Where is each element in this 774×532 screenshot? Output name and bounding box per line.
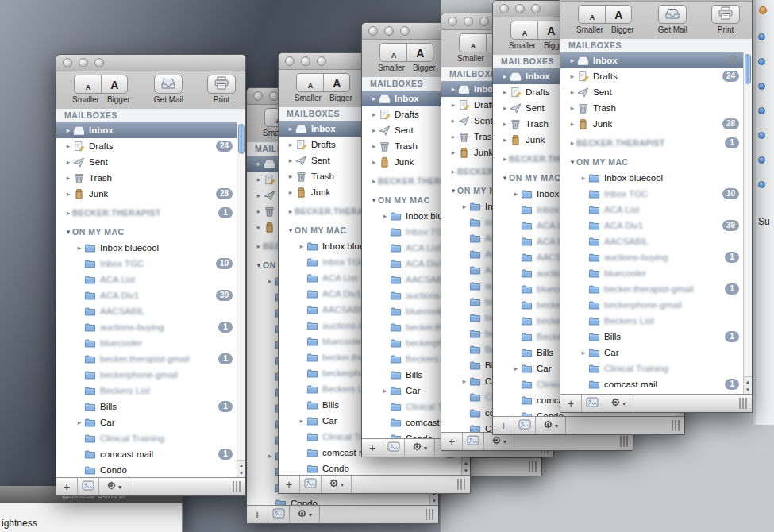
minimize-button[interactable]	[464, 17, 473, 26]
on-my-mac-header[interactable]: ▾ON MY MAC	[56, 224, 237, 240]
folder-row[interactable]: Beckers List	[560, 313, 743, 329]
disclosure-triangle-icon[interactable]: ▸	[568, 88, 576, 96]
minimize-button[interactable]	[301, 56, 310, 66]
disclosure-triangle-icon[interactable]: ▸	[255, 223, 263, 231]
resize-grip[interactable]	[457, 479, 465, 490]
get-mail-button[interactable]	[658, 5, 687, 24]
gear-menu-button[interactable]: ▾	[99, 478, 129, 495]
gear-menu-button[interactable]: ▾	[322, 476, 352, 493]
disclosure-triangle-icon[interactable]: ▾	[501, 174, 509, 182]
mailbox-row-drafts[interactable]: ▸Drafts24	[56, 138, 237, 154]
disclosure-triangle-icon[interactable]: ▸	[266, 277, 274, 285]
zoom-button[interactable]	[94, 58, 104, 67]
folder-row[interactable]: Beckers List	[56, 383, 237, 399]
folder-row[interactable]: becker.therapist-gmail1	[560, 281, 743, 297]
disclosure-triangle-icon[interactable]: ▾	[287, 226, 295, 234]
mailbox-row-junk[interactable]: ▸Junk28	[56, 186, 237, 202]
disclosure-triangle-icon[interactable]: ▸	[266, 452, 274, 460]
get-mail-button[interactable]	[154, 75, 183, 94]
print-button[interactable]	[207, 75, 236, 94]
close-button[interactable]	[253, 91, 263, 101]
mailbox-row-inbox[interactable]: ▸Inbox	[56, 122, 237, 138]
disclosure-triangle-icon[interactable]: ▸	[64, 158, 72, 166]
mailbox-row-sent[interactable]: ▸Sent	[56, 154, 237, 170]
close-button[interactable]	[368, 26, 378, 36]
disclosure-triangle-icon[interactable]: ▸	[370, 158, 378, 166]
folder-row[interactable]: ACA List	[56, 272, 237, 287]
resize-grip[interactable]	[620, 436, 628, 447]
image-button[interactable]	[582, 395, 603, 412]
bigger-button[interactable]: A	[323, 74, 349, 91]
zoom-button[interactable]	[531, 4, 541, 13]
folder-row[interactable]: bluecooler	[560, 265, 743, 281]
folder-row[interactable]: ACA List	[560, 202, 743, 218]
disclosure-triangle-icon[interactable]: ▸	[64, 174, 72, 182]
disclosure-triangle-icon[interactable]: ▸	[449, 101, 457, 109]
sliver-scrollbar[interactable]	[753, 0, 756, 425]
disclosure-triangle-icon[interactable]: ▸	[512, 190, 520, 198]
account-row[interactable]: ▸BECKER.THERAPIST1	[560, 135, 743, 151]
print-button[interactable]	[711, 5, 740, 24]
smaller-button[interactable]: A	[380, 44, 406, 61]
disclosure-triangle-icon[interactable]: ▸	[255, 242, 263, 250]
disclosure-triangle-icon[interactable]: ▸	[449, 168, 457, 175]
disclosure-triangle-icon[interactable]: ▸	[287, 125, 295, 133]
resize-grip[interactable]	[233, 481, 241, 492]
disclosure-triangle-icon[interactable]: ▸	[501, 88, 509, 96]
disclosure-triangle-icon[interactable]: ▸	[370, 94, 378, 102]
disclosure-triangle-icon[interactable]: ▸	[287, 188, 295, 196]
disclosure-triangle-icon[interactable]: ▸	[64, 142, 72, 150]
window-titlebar[interactable]	[56, 55, 245, 71]
disclosure-triangle-icon[interactable]: ▸	[568, 72, 576, 80]
disclosure-triangle-icon[interactable]: ▸	[512, 364, 520, 372]
disclosure-triangle-icon[interactable]: ▸	[255, 207, 263, 215]
add-mailbox-button[interactable]: +	[56, 478, 78, 495]
minimize-button[interactable]	[515, 4, 525, 13]
disclosure-triangle-icon[interactable]: ▸	[501, 155, 509, 163]
scroll-up-arrow-icon[interactable]: ▲	[464, 461, 468, 465]
resize-grip[interactable]	[426, 509, 433, 520]
bigger-button[interactable]: A	[406, 44, 433, 61]
disclosure-triangle-icon[interactable]: ▾	[568, 158, 576, 166]
scroll-up-arrow-icon[interactable]: ▲	[239, 463, 244, 468]
disclosure-triangle-icon[interactable]: ▸	[501, 136, 509, 144]
disclosure-triangle-icon[interactable]: ▸	[381, 387, 389, 395]
disclosure-triangle-icon[interactable]: ▾	[255, 261, 263, 269]
image-button[interactable]	[514, 417, 536, 434]
folder-row[interactable]: ACA Div139	[56, 287, 237, 303]
folder-row[interactable]: Bills1	[56, 399, 237, 414]
disclosure-triangle-icon[interactable]: ▸	[287, 141, 295, 148]
folder-row[interactable]: beckerphone-gmail	[560, 297, 743, 313]
disclosure-triangle-icon[interactable]: ▸	[64, 126, 72, 134]
disclosure-triangle-icon[interactable]: ▸	[298, 417, 306, 425]
disclosure-triangle-icon[interactable]: ▸	[255, 160, 263, 168]
disclosure-triangle-icon[interactable]: ▸	[370, 110, 378, 118]
folder-row[interactable]: Bills1	[560, 329, 743, 345]
disclosure-triangle-icon[interactable]: ▸	[501, 72, 509, 80]
scrollbar-thumb[interactable]	[238, 124, 245, 154]
folder-row[interactable]: ▸Inbox bluecool	[560, 170, 743, 186]
disclosure-triangle-icon[interactable]: ▸	[449, 133, 457, 141]
gear-menu-button[interactable]: ▾	[603, 395, 633, 412]
zoom-button[interactable]	[317, 56, 326, 66]
gear-menu-button[interactable]: ▾	[484, 433, 514, 450]
resize-grip[interactable]	[739, 398, 747, 409]
add-mailbox-button[interactable]: +	[560, 395, 582, 412]
scroll-down-arrow-icon[interactable]: ▼	[745, 387, 750, 392]
smaller-button[interactable]: A	[579, 6, 605, 23]
folder-row[interactable]: comcast mail1	[560, 376, 743, 392]
disclosure-triangle-icon[interactable]: ▸	[580, 174, 587, 182]
scroll-down-arrow-icon[interactable]: ▼	[239, 471, 244, 476]
disclosure-triangle-icon[interactable]: ▸	[75, 244, 83, 252]
scrollbar[interactable]: ▲ ▼	[237, 122, 245, 478]
smaller-button[interactable]: A	[297, 74, 323, 91]
disclosure-triangle-icon[interactable]: ▸	[501, 104, 509, 112]
close-button[interactable]	[285, 56, 295, 66]
on-my-mac-header[interactable]: ▾ON MY MAC	[560, 154, 743, 170]
disclosure-triangle-icon[interactable]: ▾	[64, 228, 72, 236]
mailbox-row-junk[interactable]: ▸Junk28	[560, 116, 743, 132]
folder-row[interactable]: Inbox TGC10	[56, 256, 237, 272]
folder-row[interactable]: AACSABIL	[560, 233, 743, 249]
folder-row[interactable]: comcast mail1	[56, 446, 237, 462]
disclosure-triangle-icon[interactable]: ▸	[381, 212, 389, 220]
